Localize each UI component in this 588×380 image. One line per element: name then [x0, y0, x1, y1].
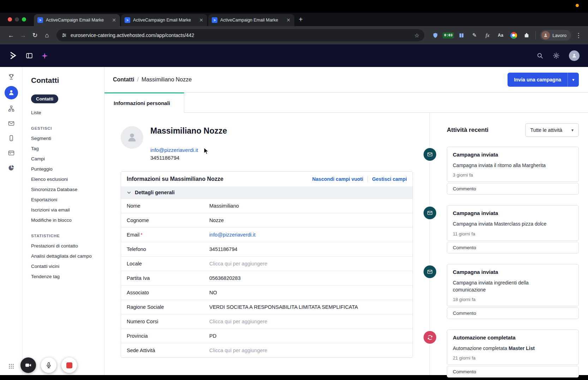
browser-tab[interactable]: > ActiveCampaign Email Marke ✕: [208, 14, 294, 26]
tab-title: ActiveCampaign Email Marke: [46, 18, 108, 23]
comment-button[interactable]: Commento: [447, 183, 579, 195]
sidebar-item-liste[interactable]: Liste: [31, 108, 101, 118]
tab-close-icon[interactable]: ✕: [111, 17, 117, 23]
send-campaign-button[interactable]: Invia una campagna: [508, 73, 568, 87]
sidebar-item-iscrizioni-via-email[interactable]: Iscrizioni via email: [31, 205, 101, 215]
recording-indicator-dot: [576, 4, 579, 7]
main-area: Contatti / Massimiliano Nozze Invia una …: [104, 67, 588, 375]
field-value[interactable]: 05636820283: [209, 275, 241, 281]
translate-extension-icon[interactable]: Aa: [497, 31, 504, 39]
browser-menu-icon[interactable]: ⋮: [574, 32, 583, 39]
email-envelope-icon[interactable]: [8, 120, 15, 127]
contact-avatar[interactable]: [121, 126, 143, 149]
functions-extension-icon[interactable]: fx: [484, 31, 491, 39]
general-details-section-header[interactable]: Dettagli generali: [121, 186, 413, 198]
stop-recording-button[interactable]: [61, 357, 77, 373]
camera-button[interactable]: [20, 357, 36, 373]
contact-email-link[interactable]: info@pizzeriaverdi.it: [150, 147, 227, 153]
breadcrumb: Contatti / Massimiliano Nozze: [113, 76, 192, 83]
timer-extension-badge[interactable]: 0:03: [444, 31, 452, 39]
sidebar-item-contatti[interactable]: Contatti: [31, 94, 58, 103]
activity-item-description: Automazione completata Master List: [453, 345, 573, 352]
browser-profile-chip[interactable]: Lavoro: [540, 30, 571, 41]
sidebar-item-contatti-vicini[interactable]: Contatti vicini: [31, 261, 101, 271]
sidebar-item-tendenze-tag[interactable]: Tendenze tag: [31, 271, 101, 282]
manage-fields-link[interactable]: Gestisci campi: [372, 176, 407, 182]
mobile-phone-icon[interactable]: [8, 135, 15, 142]
site-info-icon[interactable]: [61, 32, 67, 38]
sidebar-toggle-icon[interactable]: [25, 52, 33, 60]
user-avatar[interactable]: [569, 50, 580, 61]
field-value[interactable]: 3451186794: [209, 246, 238, 252]
sidebar-item-campi[interactable]: Campi: [31, 154, 101, 164]
browser-toolbar: ← → ↻ ⌂ euroservice-catering.activehoste…: [0, 26, 588, 44]
bookmark-star-icon[interactable]: ☆: [414, 32, 419, 39]
tab-close-icon[interactable]: ✕: [285, 17, 292, 23]
breadcrumb-root[interactable]: Contatti: [113, 76, 134, 83]
sidebar-item-sincronizza-database[interactable]: Sincronizza Database: [31, 184, 101, 195]
campaign-email-icon: [424, 207, 436, 219]
sidebar-item-prestazioni-di-contatto[interactable]: Prestazioni di contatto: [31, 241, 101, 251]
contacts-person-icon[interactable]: [5, 86, 18, 99]
campaign-email-icon: [424, 265, 436, 278]
comment-button[interactable]: Commento: [447, 366, 579, 378]
tab-close-icon[interactable]: ✕: [198, 17, 204, 23]
comment-button[interactable]: Commento: [447, 242, 579, 253]
puzzle-extensions-icon[interactable]: [523, 31, 530, 39]
browser-tab[interactable]: > ActiveCampaign Email Marke ✕: [121, 14, 207, 26]
field-value[interactable]: Nozze: [209, 217, 224, 223]
sidebar-item-segmenti[interactable]: Segmenti: [31, 133, 101, 143]
ai-sparkle-icon[interactable]: [41, 52, 48, 60]
field-add-placeholder[interactable]: Clicca qui per aggiungere: [209, 319, 267, 324]
field-value[interactable]: NO: [209, 290, 217, 295]
sidebar-item-analisi-dettagliata[interactable]: Analisi dettagliata del campo: [31, 251, 101, 261]
microphone-button[interactable]: [41, 357, 56, 373]
breadcrumb-current: Massimiliano Nozze: [142, 76, 192, 83]
zoom-window-button[interactable]: [22, 17, 26, 22]
field-value[interactable]: VERDI SOCIETA A RESPONSABILITA LIMITATA …: [209, 304, 358, 310]
activity-item-description: Campagna inviata il ritorno alla Margher…: [453, 162, 573, 169]
apps-grid-icon[interactable]: [8, 363, 14, 369]
sidebar-item-modifiche-in-blocco[interactable]: Modifiche in blocco: [31, 215, 101, 225]
url-text[interactable]: euroservice-catering.activehosted.com/ap…: [71, 32, 411, 38]
close-window-button[interactable]: [8, 17, 12, 22]
field-label: Ragione Sociale: [127, 304, 209, 310]
activity-item: Automazione completata Automazione compl…: [447, 330, 579, 378]
sidebar-item-elenco-esclusioni[interactable]: Elenco esclusioni: [31, 174, 101, 184]
new-tab-button[interactable]: +: [295, 14, 306, 25]
address-bar[interactable]: euroservice-catering.activehosted.com/ap…: [56, 29, 424, 41]
forward-icon[interactable]: →: [17, 29, 29, 41]
tab-informazioni-personali[interactable]: Informazioni personali: [104, 92, 184, 113]
field-add-placeholder[interactable]: Clicca qui per aggiungere: [209, 261, 267, 266]
activecampaign-favicon: >: [37, 17, 43, 23]
home-icon[interactable]: ⌂: [41, 29, 53, 41]
field-add-placeholder[interactable]: Clicca qui per aggiungere: [209, 348, 267, 353]
field-value[interactable]: PD: [209, 333, 216, 339]
sidebar-item-esportazioni[interactable]: Esportazioni: [31, 195, 101, 205]
comment-button[interactable]: Commento: [447, 307, 579, 319]
gear-icon[interactable]: [553, 52, 560, 59]
hide-empty-fields-link[interactable]: Nascondi campi vuoti: [312, 176, 363, 182]
reload-icon[interactable]: ↻: [29, 29, 41, 41]
activity-filter-dropdown[interactable]: Tutte le attività ▼: [525, 123, 579, 137]
macos-top-bar: [0, 0, 588, 13]
search-icon[interactable]: [536, 52, 544, 59]
google-extension-icon[interactable]: [510, 31, 517, 39]
automations-sitemap-icon[interactable]: [8, 105, 15, 112]
pencil-extension-icon[interactable]: ✎: [470, 31, 478, 39]
back-icon[interactable]: ←: [5, 29, 17, 41]
shield-extension-icon[interactable]: [431, 31, 439, 39]
book-extension-icon[interactable]: [457, 31, 465, 39]
reports-pie-icon[interactable]: [8, 164, 15, 171]
minimize-window-button[interactable]: [15, 17, 19, 22]
sidebar-item-punteggio[interactable]: Punteggio: [31, 164, 101, 174]
sidebar-item-tag[interactable]: Tag: [31, 143, 101, 154]
billing-card-icon[interactable]: [8, 149, 15, 157]
browser-tab[interactable]: > ActiveCampaign Email Marke ✕: [34, 14, 120, 26]
campaigns-trophy-icon[interactable]: [8, 73, 15, 80]
field-label: Partita Iva: [127, 275, 209, 281]
send-campaign-dropdown[interactable]: ▼: [568, 73, 579, 87]
field-value-email-link[interactable]: info@pizzeriaverdi.it: [209, 232, 256, 238]
field-value[interactable]: Massimiliano: [209, 203, 239, 209]
activecampaign-logo[interactable]: [8, 51, 18, 60]
